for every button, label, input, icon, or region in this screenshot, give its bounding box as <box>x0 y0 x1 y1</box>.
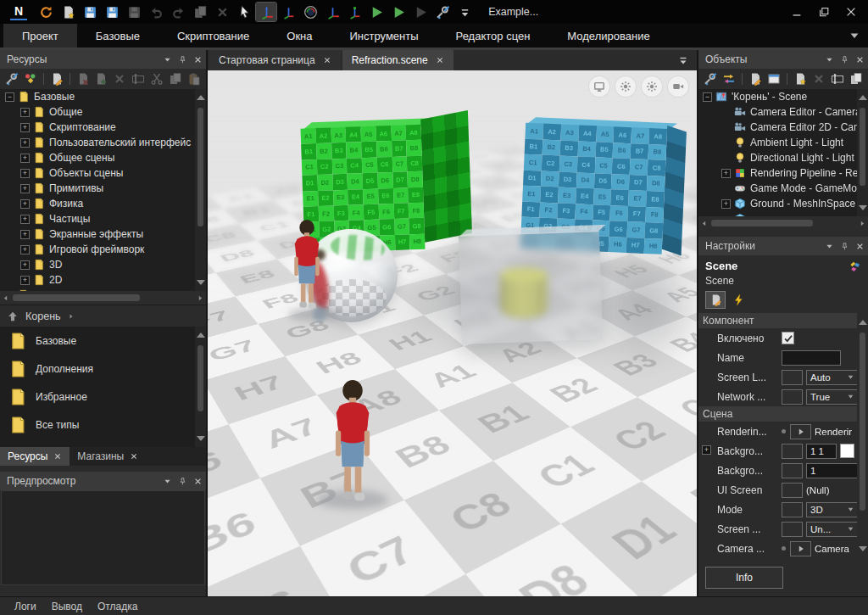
expander-icon[interactable]: + <box>20 276 30 285</box>
save-all-button[interactable] <box>102 3 122 21</box>
dock-tab-Ресурсы[interactable]: Ресурсы <box>0 447 70 466</box>
panel-menu-icon[interactable] <box>825 242 834 251</box>
tab-overflow[interactable] <box>676 50 697 70</box>
play-3-button[interactable] <box>410 3 431 21</box>
panel-menu-icon[interactable] <box>163 477 172 486</box>
value-input[interactable]: 1 <box>806 463 859 478</box>
x-button[interactable] <box>810 70 827 87</box>
events-tab-button[interactable] <box>728 291 748 309</box>
x-button[interactable] <box>111 70 128 87</box>
object-tree-item[interactable]: +Ground - MeshInSpace <box>698 196 868 211</box>
play-2-button[interactable] <box>388 3 409 21</box>
minimize-button[interactable] <box>783 2 810 22</box>
doc-edit-button[interactable] <box>48 70 65 87</box>
expander-icon[interactable]: − <box>703 92 712 102</box>
folder-item[interactable]: Избранное <box>0 383 206 411</box>
objects-vscrollbar[interactable] <box>857 89 868 216</box>
tree-item[interactable]: +Экранные эффекты <box>0 226 206 242</box>
scroll-left-icon[interactable] <box>2 294 9 302</box>
close-tab-icon[interactable] <box>323 56 331 64</box>
status-tab-Отладка[interactable]: Отладка <box>90 601 145 612</box>
app-logo-icon[interactable]: N <box>10 4 27 20</box>
shapes-button[interactable] <box>22 70 39 87</box>
scroll-right-icon[interactable] <box>859 220 866 227</box>
refresh-button[interactable] <box>36 3 56 21</box>
dropdown[interactable]: True <box>806 389 859 405</box>
tree-item[interactable]: +3D <box>0 257 206 272</box>
object-tree-item[interactable]: Camera Editor - Camera <box>698 104 868 120</box>
close-panel-icon[interactable] <box>193 55 203 64</box>
transform-tool-button[interactable] <box>278 3 298 21</box>
expander-icon[interactable]: − <box>5 92 14 102</box>
window-new-button[interactable] <box>765 70 782 87</box>
expander-icon[interactable]: + <box>20 199 30 209</box>
checkbox[interactable] <box>782 332 794 344</box>
doc-star-button[interactable] <box>792 70 809 87</box>
scroll-left-icon[interactable] <box>700 220 708 227</box>
object-tree-item[interactable]: Camera Editor 2D - Cam <box>698 120 868 135</box>
doc-plus-button[interactable] <box>93 70 110 87</box>
copy-button[interactable] <box>167 70 184 87</box>
pin-icon[interactable] <box>178 55 187 64</box>
display-mode-button[interactable] <box>589 76 609 97</box>
section-header[interactable]: Сцена <box>698 406 857 422</box>
save-as-button[interactable] <box>124 3 144 21</box>
breadcrumb-root[interactable]: Корень <box>25 310 61 322</box>
property-extra-button[interactable] <box>782 370 803 385</box>
rename-button[interactable] <box>829 70 846 87</box>
object-tree-item[interactable]: −'Корень' - Scene <box>698 89 868 104</box>
tree-item[interactable]: +Скриптование <box>0 120 206 135</box>
menu-item-3[interactable]: Скриптование <box>159 24 268 48</box>
pin-icon[interactable] <box>840 242 849 251</box>
save-button[interactable] <box>80 3 100 21</box>
property-extra-button[interactable] <box>782 522 803 537</box>
text-input[interactable] <box>782 350 841 366</box>
object-tree-item[interactable]: +Rendering Pipeline - Rer <box>698 165 868 181</box>
menu-item-6[interactable]: Редактор сцен <box>437 24 549 48</box>
scissors-button[interactable] <box>148 70 165 87</box>
expander-icon[interactable]: + <box>20 108 30 117</box>
lighting-half-button[interactable] <box>642 76 662 97</box>
property-extra-button[interactable] <box>790 424 811 439</box>
copy-button[interactable] <box>848 70 865 87</box>
folder-item[interactable]: Базовые <box>0 327 206 355</box>
tree-item[interactable]: +Физика <box>0 196 206 211</box>
object-tree-item[interactable]: Directional Light - Light <box>698 150 868 165</box>
resources-vscrollbar[interactable] <box>195 89 206 291</box>
tree-item[interactable]: +Пользовательский интерфейс <box>0 135 206 150</box>
tree-item[interactable]: +Частицы <box>0 211 206 226</box>
tree-item[interactable]: +Объекты сцены <box>0 165 206 181</box>
tree-item[interactable]: +Общие <box>0 104 206 120</box>
object-tree-item[interactable]: Ambient Light - Light <box>698 135 868 150</box>
objects-hscrollbar[interactable] <box>698 216 868 230</box>
expander-icon[interactable]: + <box>20 184 30 193</box>
duplicate-button[interactable] <box>190 3 210 21</box>
property-extra-button[interactable] <box>782 389 803 405</box>
redo-button[interactable] <box>168 3 188 21</box>
property-extra-button[interactable] <box>782 483 803 498</box>
paste-button[interactable] <box>186 70 203 87</box>
expander-icon[interactable]: + <box>20 260 30 270</box>
play-1-button[interactable] <box>366 3 387 21</box>
restore-button[interactable] <box>810 2 837 22</box>
tools-button[interactable] <box>702 70 719 87</box>
expander-icon[interactable]: + <box>20 245 30 254</box>
dropdown[interactable]: Auto <box>806 370 859 385</box>
folders-vscrollbar[interactable] <box>195 327 206 447</box>
doc-edit-button[interactable] <box>747 70 764 87</box>
color-value-input[interactable]: 1 1 <box>806 444 837 459</box>
rotate-tool-button[interactable] <box>300 3 320 21</box>
menu-item-2[interactable]: Базовые <box>77 24 159 48</box>
info-button[interactable]: Info <box>705 567 783 589</box>
dropdown[interactable]: Un... <box>806 522 859 537</box>
dock-tab-Магазины[interactable]: Магазины <box>70 447 146 466</box>
expander-icon[interactable]: + <box>20 138 30 148</box>
menu-item-5[interactable]: Инструменты <box>331 24 437 48</box>
close-button[interactable] <box>837 2 865 22</box>
build-tools-button[interactable] <box>432 3 453 21</box>
close-panel-icon[interactable] <box>193 477 203 486</box>
expander-icon[interactable]: + <box>721 199 731 209</box>
property-extra-button[interactable] <box>782 502 803 517</box>
lighting-full-button[interactable] <box>615 76 636 97</box>
dropdown[interactable]: 3D <box>806 502 859 517</box>
